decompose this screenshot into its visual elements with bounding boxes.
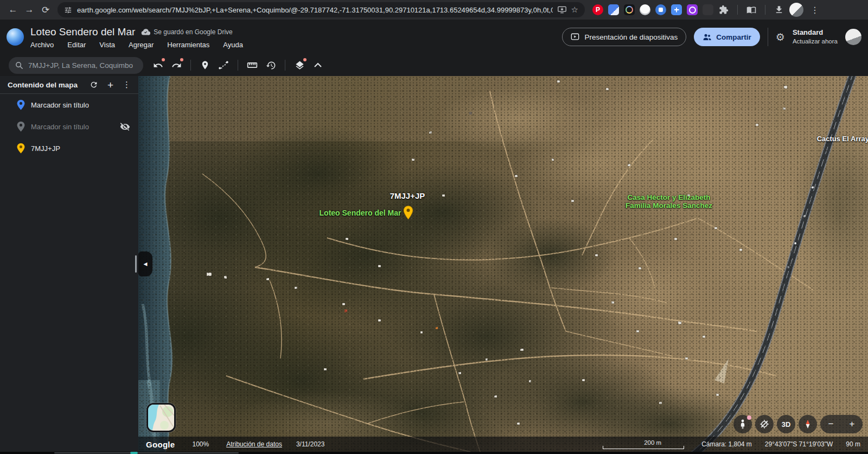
compass-button[interactable]: [799, 415, 817, 433]
map-label-pluscode[interactable]: 7MJJ+JP: [390, 191, 425, 200]
cloud-saved-icon: [141, 29, 150, 35]
save-status: Se guardó en Google Drive: [141, 28, 232, 36]
redo-icon: [171, 60, 182, 71]
panel-header: Contenido del mapa + ⋮: [0, 76, 138, 94]
menu-editar[interactable]: Editar: [67, 41, 86, 49]
upgrade-link[interactable]: Actualizar ahora: [793, 37, 838, 46]
panel-resize-grip[interactable]: [135, 255, 137, 273]
extension-icon[interactable]: [624, 4, 635, 15]
satellite-imagery: [138, 76, 868, 452]
tool-divider: [190, 60, 191, 71]
map-contents-panel: Contenido del mapa + ⋮ Marcador sin títu…: [0, 76, 138, 452]
3d-mode-button[interactable]: 3D: [777, 415, 795, 433]
map-tools: [150, 57, 326, 73]
pinterest-extension-icon[interactable]: P: [592, 4, 603, 15]
placemark-icon: [200, 60, 210, 70]
pegman-button[interactable]: [733, 415, 752, 433]
redo-button[interactable]: [168, 57, 184, 73]
list-item-label: Marcador sin título: [31, 101, 89, 109]
labels-toggle-button[interactable]: [755, 415, 774, 433]
collapse-panel-button[interactable]: ◀: [138, 251, 152, 276]
place-pin-icon: [17, 99, 25, 110]
zoom-in-button[interactable]: +: [841, 419, 863, 430]
extension-icon[interactable]: [687, 4, 698, 15]
visibility-off-icon[interactable]: [120, 122, 130, 132]
measure-button[interactable]: [244, 57, 260, 73]
map-style-button[interactable]: [291, 57, 308, 73]
save-status-text: Se guardó en Google Drive: [154, 28, 232, 36]
scale-bar: 200 m: [603, 439, 684, 449]
scale-label: 200 m: [644, 439, 684, 446]
extension-icon[interactable]: [608, 4, 619, 15]
data-attribution-link[interactable]: Atribución de datos: [226, 440, 282, 448]
downloads-icon[interactable]: [774, 4, 784, 15]
site-settings-icon[interactable]: [64, 6, 72, 14]
slideshow-label: Presentación de diapositivas: [584, 33, 678, 41]
reading-list-icon[interactable]: [746, 4, 757, 15]
header-divider: [768, 28, 768, 46]
browser-back-button[interactable]: ←: [5, 2, 21, 17]
map-label-casa[interactable]: Casa Héctor y Elizabeth Familia Morales …: [626, 193, 712, 210]
browser-toolbar: ← → ⟳ earth.google.com/web/search/7MJJ%2…: [0, 0, 868, 20]
window-bottom-edge: [0, 452, 868, 454]
map-label-place[interactable]: Loteo Sendero del Mar: [320, 209, 401, 217]
people-icon: [703, 33, 712, 41]
browser-menu-icon[interactable]: ⋮: [808, 5, 821, 15]
extension-icon[interactable]: [703, 4, 713, 15]
tool-divider: [238, 60, 238, 71]
browser-reload-button[interactable]: ⟳: [38, 2, 53, 17]
historical-imagery-button[interactable]: [263, 57, 279, 73]
address-bar[interactable]: earth.google.com/web/search/7MJJ%2bJP,+L…: [58, 2, 585, 17]
browser-forward-button[interactable]: →: [22, 2, 37, 17]
refresh-icon[interactable]: [90, 80, 98, 89]
map-viewport[interactable]: 7MJJ+JP Loteo Sendero del Mar Casa Hécto…: [138, 76, 868, 452]
background-window-edge: [54, 452, 239, 453]
search-query[interactable]: 7MJJ+JP, La Serena, Coquimbo: [28, 61, 133, 70]
settings-gear-icon[interactable]: ⚙: [776, 31, 785, 43]
extensions-puzzle-icon[interactable]: [718, 4, 729, 15]
add-item-button[interactable]: +: [107, 80, 113, 90]
bookmark-star-icon[interactable]: ☆: [571, 5, 578, 15]
compass-needle-icon: [804, 419, 812, 429]
extensions-area: P ⋮: [592, 3, 821, 17]
account-avatar[interactable]: [845, 29, 861, 45]
menu-ayuda[interactable]: Ayuda: [223, 41, 243, 49]
menu-agregar[interactable]: Agregar: [129, 41, 154, 49]
project-title[interactable]: Loteo Sendero del Mar: [30, 26, 135, 38]
coordinates: 29°43'07"S 71°19'03"W: [765, 440, 833, 448]
extension-icon[interactable]: [671, 4, 682, 15]
browser-profile-avatar[interactable]: [789, 3, 803, 17]
add-placemark-button[interactable]: [197, 57, 213, 73]
minimap-toggle[interactable]: [146, 403, 176, 432]
camera-altitude: Cámara: 1,804 m: [701, 440, 752, 448]
url-text[interactable]: earth.google.com/web/search/7MJJ%2bJP,+L…: [77, 6, 553, 14]
notification-dot: [162, 58, 165, 61]
minimap-preview: [148, 405, 174, 431]
map-label-cactus[interactable]: Cactus El Array: [817, 135, 868, 143]
extension-icon[interactable]: [640, 4, 650, 15]
search-input[interactable]: 7MJJ+JP, La Serena, Coquimbo: [9, 57, 143, 74]
zoom-out-button[interactable]: −: [820, 419, 841, 430]
menu-archivo[interactable]: Archivo: [30, 41, 54, 49]
header-text-block: Loteo Sendero del Mar Se guardó en Googl…: [30, 25, 243, 49]
slideshow-button[interactable]: Presentación de diapositivas: [562, 28, 686, 46]
map-marker-pin[interactable]: [403, 205, 413, 220]
menu-herramientas[interactable]: Herramientas: [167, 41, 209, 49]
send-to-device-icon[interactable]: [558, 6, 566, 14]
collapse-toolbar-button[interactable]: [310, 57, 326, 73]
tool-divider: [285, 60, 285, 71]
draw-path-button[interactable]: [215, 57, 232, 73]
share-button[interactable]: Compartir: [694, 28, 760, 46]
google-earth-logo[interactable]: [7, 28, 24, 46]
share-label: Compartir: [716, 33, 751, 41]
list-item-marker-2[interactable]: Marcador sin título: [0, 116, 138, 137]
place-pin-icon: [17, 143, 25, 154]
extension-icon[interactable]: [655, 4, 666, 15]
menu-vista[interactable]: Vista: [99, 41, 115, 49]
undo-icon: [153, 60, 163, 71]
undo-button[interactable]: [150, 57, 166, 73]
toolbar-divider: [737, 5, 738, 15]
list-item-marker-3[interactable]: 7MJJ+JP: [0, 137, 138, 159]
list-item-marker-1[interactable]: Marcador sin título: [0, 94, 138, 116]
panel-menu-icon[interactable]: ⋮: [123, 80, 131, 90]
